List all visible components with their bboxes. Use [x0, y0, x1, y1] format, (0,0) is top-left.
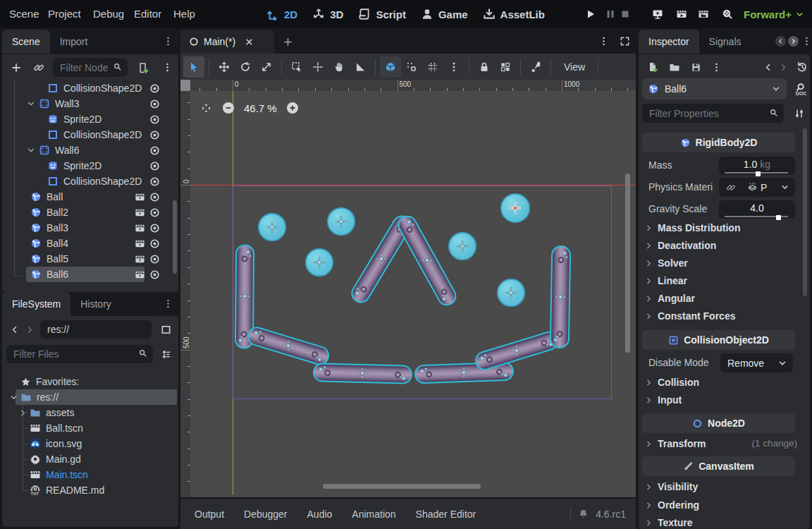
property-group-angular[interactable]: Angular — [644, 291, 695, 306]
new-resource-button[interactable] — [644, 58, 662, 76]
tree-row-wall6[interactable]: Wall6 — [2, 142, 178, 158]
chevron-down-icon[interactable] — [26, 145, 36, 155]
scene-tabs-menu[interactable] — [596, 34, 610, 48]
node-selector[interactable]: Ball6 — [642, 78, 787, 99]
visibility-icon[interactable] — [149, 130, 160, 140]
property-group-ordering[interactable]: Ordering — [644, 497, 699, 513]
property-value-field[interactable]: 4.0 — [719, 200, 795, 219]
new-scene-tab-button[interactable] — [280, 34, 295, 49]
visibility-icon[interactable] — [149, 99, 160, 109]
fs-row-res[interactable]: res:// — [2, 389, 178, 405]
grid-snap-button[interactable] — [401, 56, 422, 78]
visibility-icon[interactable] — [149, 83, 160, 94]
bottom-tab-debugger[interactable]: Debugger — [234, 509, 297, 520]
select-tool-button[interactable] — [183, 56, 204, 78]
section-header-collisionobject2d[interactable]: CollisionObject2D — [642, 330, 795, 350]
menu-help[interactable]: Help — [166, 0, 202, 28]
tab-scroll-right-button[interactable] — [788, 36, 799, 47]
visibility-icon[interactable] — [149, 269, 160, 280]
menu-scene[interactable]: Scene — [2, 0, 47, 28]
open-scene-icon[interactable] — [135, 192, 145, 202]
quick-load-icon[interactable] — [726, 183, 736, 193]
zoom-level[interactable]: 46.7 % — [244, 102, 277, 114]
open-scene-icon[interactable] — [135, 269, 145, 280]
visibility-icon[interactable] — [149, 207, 160, 218]
inspector-dock-menu[interactable] — [800, 35, 812, 47]
open-documentation-button[interactable]: DOC — [790, 78, 808, 99]
visibility-icon[interactable] — [149, 161, 160, 171]
chevron-down-icon[interactable] — [9, 393, 18, 402]
history-back-button[interactable] — [6, 322, 22, 337]
filter-properties-input[interactable]: Filter Properties — [642, 104, 784, 123]
notification-bell-icon[interactable] — [578, 509, 589, 519]
inspector-scrollbar[interactable] — [803, 128, 807, 296]
instance-scene-button[interactable] — [29, 58, 49, 78]
zoom-out-button[interactable] — [223, 102, 234, 114]
tree-row-sprite2d[interactable]: Sprite2D — [2, 111, 178, 127]
tab-2d[interactable]: 2D — [266, 8, 297, 20]
smart-snap-button[interactable] — [380, 56, 401, 78]
favorites-row[interactable]: Favorites: — [2, 374, 178, 389]
scene-dock-menu[interactable] — [161, 34, 175, 48]
movie-maker-mode-button[interactable] — [717, 4, 738, 25]
history-forward-button[interactable] — [776, 59, 791, 75]
filesystem-dock-menu[interactable] — [161, 296, 175, 310]
property-group-constant-forces[interactable]: Constant Forces — [644, 308, 735, 324]
property-value-field[interactable]: 1.0kg — [719, 157, 795, 175]
version-label[interactable]: 4.6.rc1 — [596, 509, 626, 520]
object-history-button[interactable] — [794, 59, 810, 75]
property-group-input[interactable]: Input — [644, 392, 682, 408]
resource-picker-field[interactable]: P — [719, 178, 795, 197]
tree-row-ball3[interactable]: Ball3 — [2, 220, 178, 236]
tab-inspector[interactable]: Inspector — [639, 30, 699, 54]
menu-editor[interactable]: Editor — [127, 0, 168, 28]
tree-row-ball4[interactable]: Ball4 — [2, 236, 178, 251]
tab-import[interactable]: Import — [50, 30, 98, 54]
scale-tool-button[interactable] — [256, 56, 277, 78]
menu-debug[interactable]: Debug — [86, 0, 131, 28]
open-scene-icon[interactable] — [135, 254, 145, 264]
attach-script-button[interactable] — [133, 58, 153, 78]
bottom-tab-shader-editor[interactable]: Shader Editor — [406, 509, 486, 520]
open-scene-icon[interactable] — [135, 238, 145, 249]
path-field[interactable]: res:// — [40, 320, 152, 339]
chevron-down-icon[interactable] — [26, 99, 36, 109]
tree-row-wall3[interactable]: Wall3 — [2, 96, 178, 111]
fs-row-maintscn[interactable]: Main.tscn — [2, 467, 178, 482]
property-group-mass-distribution[interactable]: Mass Distribution — [644, 220, 740, 236]
tab-3d[interactable]: 3D — [312, 8, 343, 20]
tab-game[interactable]: Game — [421, 8, 468, 20]
tree-row-ball2[interactable]: Ball2 — [2, 205, 178, 220]
property-group-linear[interactable]: Linear — [644, 273, 687, 288]
tree-row-ball6[interactable]: Ball6 — [2, 267, 178, 282]
snap-options-button[interactable] — [443, 56, 465, 78]
play-remote-button[interactable] — [647, 4, 668, 25]
fs-row-balltscn[interactable]: Ball.tscn — [2, 420, 178, 436]
pan-tool-button[interactable] — [328, 56, 350, 78]
history-forward-button[interactable] — [22, 322, 37, 337]
toggle-split-mode-button[interactable] — [157, 321, 174, 338]
grid-toggle-button[interactable] — [422, 56, 443, 78]
visibility-icon[interactable] — [149, 223, 160, 233]
tab-filesystem[interactable]: FileSystem — [2, 292, 70, 316]
group-button[interactable] — [495, 56, 516, 78]
canvas-vertical-scrollbar[interactable] — [625, 174, 630, 353]
tree-row-collisionshape2d[interactable]: CollisionShape2D — [2, 174, 178, 189]
section-header-canvasitem[interactable]: CanvasItem — [642, 456, 795, 476]
section-header-rigidbody2d[interactable]: RigidBody2D — [642, 133, 795, 152]
property-group-transform[interactable]: Transform — [644, 436, 706, 451]
visibility-icon[interactable] — [149, 192, 160, 202]
tab-scene[interactable]: Scene — [2, 30, 50, 54]
visibility-icon[interactable] — [149, 145, 160, 156]
scene-tree-menu[interactable] — [159, 59, 176, 76]
property-group-collision[interactable]: Collision — [644, 375, 699, 390]
property-group-deactivation[interactable]: Deactivation — [644, 238, 716, 253]
property-group-texture[interactable]: Texture — [644, 515, 693, 529]
add-node-button[interactable] — [6, 58, 26, 78]
tab-signals[interactable]: Signals — [699, 30, 751, 54]
lock-button[interactable] — [474, 56, 495, 78]
visibility-icon[interactable] — [149, 114, 160, 125]
ruler-tool-button[interactable] — [350, 56, 371, 78]
property-filter-menu[interactable] — [790, 104, 808, 123]
history-back-button[interactable] — [761, 59, 775, 75]
